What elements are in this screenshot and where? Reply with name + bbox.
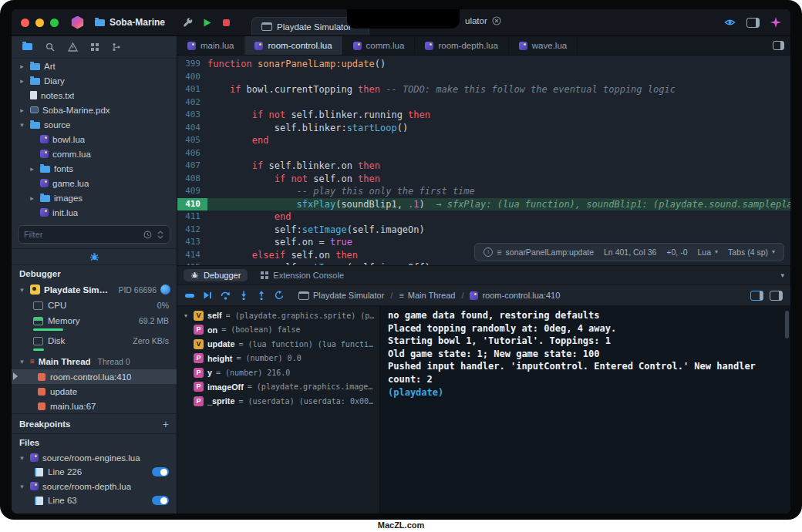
file-tree-item[interactable]: comm.lua — [12, 146, 177, 161]
variable-row[interactable]: PimageOff= (playdate.graphics.image) (pl… — [177, 380, 379, 395]
tab-extension-console[interactable]: Extension Console — [254, 269, 351, 281]
tab-debugger[interactable]: Debugger — [184, 269, 248, 281]
variable-row[interactable]: Pon= (boolean) false — [177, 323, 379, 338]
code-text[interactable]: if not self.blinker.running then — [207, 109, 790, 122]
process-row[interactable]: ▾ Playdate Sim… PID 66696 — [12, 281, 177, 298]
console-scrollbar[interactable] — [785, 311, 789, 338]
code-text[interactable]: end — [207, 210, 790, 224]
code-text[interactable]: self:setImage(self.imageOff) — [207, 261, 790, 265]
step-in-icon[interactable] — [239, 291, 248, 300]
sort-options-icon[interactable] — [157, 231, 164, 239]
filter-input[interactable]: Filter — [18, 225, 170, 244]
close-window-button[interactable] — [21, 19, 29, 27]
chevron-down-icon[interactable]: ▾ — [18, 483, 26, 490]
breakpoint-line-row[interactable]: Line 63 — [12, 493, 177, 507]
variable-row[interactable]: Vupdate= (lua function) (lua function) — [177, 337, 379, 352]
code-editor[interactable]: 399function sonarPanelLamp:update()40040… — [177, 56, 790, 265]
preview-eye-button[interactable] — [724, 18, 736, 27]
editor-tab-main.lua[interactable]: main.lua — [177, 36, 244, 55]
code-text[interactable] — [207, 96, 790, 109]
chevron-right-icon[interactable]: ▸ — [28, 165, 36, 173]
line-number-gutter[interactable]: 411 — [177, 210, 207, 224]
code-text[interactable] — [207, 71, 790, 84]
thread-row[interactable]: ▾ ≡ Main Thread Thread 0 — [12, 353, 177, 369]
code-text[interactable]: function sonarPanelLamp:update() — [207, 58, 790, 71]
continue-icon[interactable] — [203, 291, 212, 300]
run-button[interactable] — [202, 18, 212, 28]
search-icon[interactable] — [45, 42, 55, 52]
code-text[interactable]: self.blinker:startLoop() — [207, 122, 790, 135]
build-settings-button[interactable] — [182, 17, 193, 28]
close-icon[interactable] — [492, 16, 501, 25]
split-editor-button[interactable] — [773, 41, 784, 50]
chevron-down-icon[interactable]: ▾ — [182, 312, 190, 319]
line-number-gutter[interactable]: 415 — [177, 261, 207, 265]
code-text[interactable]: self:setImage(self.imageOn) — [207, 224, 790, 237]
code-text[interactable]: if bowl.currentTopping then -- TODO: mak… — [207, 83, 790, 96]
variable-row[interactable]: ▾Vself= (playdate.graphics.sprite) (play… — [177, 308, 379, 323]
files-view-icon[interactable] — [22, 42, 32, 52]
collapse-panel-button[interactable]: ▾ — [780, 271, 784, 279]
line-number-gutter[interactable]: 399 — [177, 58, 207, 71]
editor-tab-wave.lua[interactable]: wave.lua — [509, 36, 578, 55]
file-tree-item[interactable]: ▸Diary — [12, 73, 177, 88]
file-tree-item[interactable]: ▸fonts — [12, 161, 177, 176]
stack-frame-row[interactable]: main.lua:67 — [12, 399, 177, 413]
code-text[interactable]: if not self.on then — [207, 173, 790, 186]
chevron-down-icon[interactable]: ▾ — [18, 358, 26, 365]
file-tree-item[interactable]: game.lua — [12, 176, 177, 190]
file-tree-item[interactable]: ▸Soba-Marine.pdx — [12, 103, 177, 117]
breadcrumb-thread[interactable]: Main Thread — [408, 291, 456, 300]
add-breakpoint-button[interactable]: + — [163, 418, 169, 430]
chevron-down-icon[interactable]: ▾ — [18, 454, 26, 462]
breakpoint-toggle[interactable] — [152, 467, 169, 476]
editor-tab-room-depth.lua[interactable]: room-depth.lua — [415, 36, 508, 55]
editor-tab-comm.lua[interactable]: comm.lua — [343, 36, 416, 55]
chevron-down-icon[interactable]: ▾ — [18, 286, 26, 294]
code-text[interactable]: end — [207, 134, 790, 147]
toggle-console-panel-button[interactable] — [770, 291, 783, 301]
chevron-right-icon[interactable]: ▸ — [28, 194, 36, 202]
chevron-right-icon[interactable]: ▸ — [18, 77, 26, 85]
stack-frame-row[interactable]: room-control.lua:410 — [12, 369, 177, 384]
breakpoint-file-row[interactable]: ▾source/room-depth.lua — [12, 479, 177, 493]
line-number-gutter[interactable]: 403 — [177, 109, 207, 122]
line-number-gutter[interactable]: 400 — [177, 71, 207, 84]
line-number-gutter[interactable]: 404 — [177, 122, 207, 135]
recent-clock-icon[interactable] — [143, 231, 152, 239]
file-tree-item[interactable]: ▾source — [12, 117, 177, 132]
debug-console[interactable]: no game data found, restoring defaultsPl… — [380, 306, 790, 513]
current-symbol[interactable]: sonarPanelLamp:update — [506, 246, 594, 259]
line-number-gutter[interactable]: 401 — [177, 83, 207, 96]
breakpoint-toggle[interactable] — [152, 496, 169, 505]
project-switcher[interactable]: Soba-Marine — [95, 17, 165, 28]
stop-button[interactable] — [221, 18, 231, 28]
issues-icon[interactable] — [68, 42, 78, 52]
code-text[interactable]: sfxPlay(soundBlip1, .1) → sfxPlay: (lua … — [207, 198, 790, 211]
line-number-gutter[interactable]: 412 — [177, 224, 207, 237]
file-tree-item[interactable]: bowl.lua — [12, 132, 177, 146]
ai-sparkle-button[interactable] — [770, 17, 781, 28]
chevron-down-icon[interactable]: ▾ — [18, 121, 26, 129]
code-text[interactable]: if self.blinker.on then — [207, 160, 790, 173]
line-number-gutter[interactable]: 408 — [177, 173, 207, 186]
stack-frame-row[interactable]: update — [12, 384, 177, 399]
step-over-icon[interactable] — [221, 291, 231, 300]
symbols-icon[interactable] — [112, 42, 121, 52]
tab-log-partial[interactable]: ulator — [465, 16, 501, 25]
chevron-right-icon[interactable]: ▸ — [18, 106, 26, 114]
file-tree-item[interactable]: notes.txt — [12, 88, 177, 103]
line-number-gutter[interactable]: 414 — [177, 249, 207, 262]
line-number-gutter[interactable]: 407 — [177, 160, 207, 173]
line-number-gutter[interactable]: 405 — [177, 134, 207, 147]
file-tree-item[interactable]: init.lua — [12, 205, 177, 220]
file-tree-item[interactable]: ▸images — [12, 190, 177, 205]
breadcrumb-process[interactable]: Playdate Simulator — [313, 291, 384, 300]
indentation-selector[interactable]: Tabs (4 sp)▾ — [728, 246, 775, 259]
cursor-position[interactable]: Ln 401, Col 36 — [604, 246, 656, 259]
code-text[interactable] — [207, 147, 790, 160]
breakpoint-line-row[interactable]: Line 226 — [12, 465, 177, 479]
chevron-right-icon[interactable]: ▸ — [18, 62, 26, 70]
variable-row[interactable]: P_sprite= (userdata) (userdata: 0x000006… — [177, 394, 379, 409]
toggle-sidebar-button[interactable] — [746, 18, 760, 28]
